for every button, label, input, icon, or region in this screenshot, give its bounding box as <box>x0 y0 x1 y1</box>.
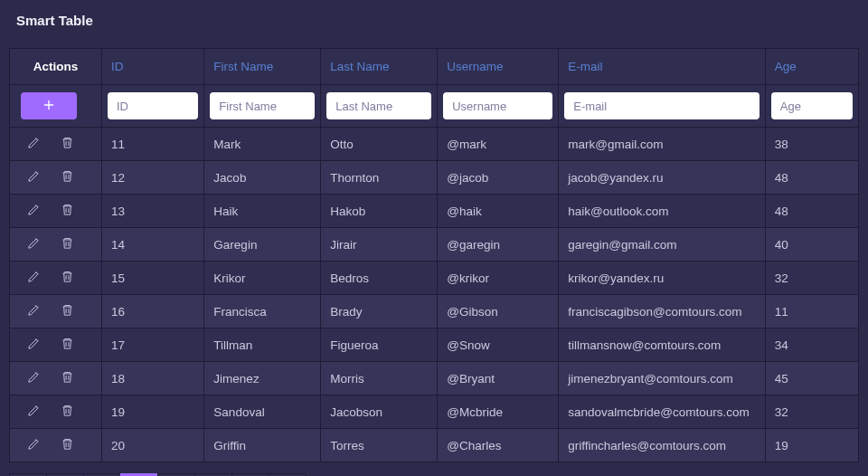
column-header-id[interactable]: ID <box>102 48 204 85</box>
cell-age: 19 <box>766 429 859 462</box>
edit-button[interactable] <box>24 202 42 220</box>
cell-last-name: Morris <box>321 362 438 395</box>
edit-button[interactable] <box>24 168 42 186</box>
table-row: 20 Griffin Torres @Charles griffincharle… <box>9 429 859 462</box>
table-row: 11 Mark Otto @mark mark@gmail.com 38 <box>9 128 859 161</box>
delete-button[interactable] <box>59 403 77 421</box>
filter-age-input[interactable] <box>771 92 853 119</box>
filter-last-name-input[interactable] <box>326 92 431 119</box>
table-row: 19 Sandoval Jacobson @Mcbride sandovalmc… <box>9 395 859 429</box>
cell-first-name: Haik <box>204 195 321 228</box>
edit-button[interactable] <box>24 235 42 253</box>
cell-last-name: Thornton <box>321 161 438 195</box>
trash-icon <box>60 202 75 220</box>
cell-id: 14 <box>102 228 204 262</box>
table-row: 17 Tillman Figueroa @Snow tillmansnow@co… <box>9 328 859 362</box>
edit-button[interactable] <box>24 369 42 387</box>
cell-email: griffincharles@comtours.com <box>559 429 766 462</box>
cell-id: 11 <box>102 128 204 161</box>
column-header-age[interactable]: Age <box>766 48 859 85</box>
cell-age: 45 <box>766 362 859 395</box>
trash-icon <box>60 168 75 186</box>
cell-last-name: Bedros <box>321 262 438 295</box>
cell-username: @jacob <box>438 161 559 195</box>
cell-email: garegin@gmail.com <box>559 228 766 262</box>
cell-age: 32 <box>766 262 859 295</box>
table-row: 14 Garegin Jirair @garegin garegin@gmail… <box>9 228 859 262</box>
trash-icon <box>60 336 75 354</box>
cell-last-name: Otto <box>321 128 438 161</box>
cell-id: 12 <box>102 161 204 195</box>
cell-last-name: Jirair <box>321 228 438 262</box>
delete-button[interactable] <box>59 235 77 253</box>
cell-username: @garegin <box>438 228 559 262</box>
cell-first-name: Krikor <box>204 262 321 295</box>
trash-icon <box>60 436 75 454</box>
pagination: «‹1234›» <box>0 462 868 476</box>
pencil-icon <box>26 369 42 387</box>
cell-id: 16 <box>102 295 204 328</box>
delete-button[interactable] <box>59 269 77 287</box>
edit-button[interactable] <box>24 336 42 354</box>
delete-button[interactable] <box>59 135 77 153</box>
cell-first-name: Francisca <box>204 295 321 328</box>
filter-first-name-input[interactable] <box>210 92 315 119</box>
filter-row <box>9 85 859 128</box>
cell-email: krikor@yandex.ru <box>559 262 766 295</box>
delete-button[interactable] <box>59 369 77 387</box>
cell-id: 20 <box>102 429 204 462</box>
column-header-last-name[interactable]: Last Name <box>321 48 438 85</box>
trash-icon <box>60 235 75 253</box>
pencil-icon <box>26 168 42 186</box>
pencil-icon <box>26 403 42 421</box>
delete-button[interactable] <box>59 202 77 220</box>
cell-first-name: Griffin <box>204 429 321 462</box>
filter-id-input[interactable] <box>108 92 198 119</box>
trash-icon <box>60 269 75 287</box>
pencil-icon <box>26 269 42 287</box>
filter-email-input[interactable] <box>564 92 760 119</box>
column-header-username[interactable]: Username <box>438 48 559 85</box>
pencil-icon <box>26 336 42 354</box>
cell-username: @haik <box>438 195 559 228</box>
cell-id: 13 <box>102 195 204 228</box>
cell-first-name: Mark <box>204 128 321 161</box>
column-header-email[interactable]: E-mail <box>559 48 766 85</box>
cell-first-name: Jimenez <box>204 362 321 395</box>
cell-age: 38 <box>766 128 859 161</box>
table-row: 12 Jacob Thornton @jacob jacob@yandex.ru… <box>9 161 859 195</box>
smart-table: Actions ID First Name Last Name Username… <box>0 48 868 462</box>
cell-age: 34 <box>766 328 859 362</box>
cell-email: tillmansnow@comtours.com <box>559 328 766 362</box>
cell-username: @Charles <box>438 429 559 462</box>
delete-button[interactable] <box>59 302 77 320</box>
trash-icon <box>60 302 75 320</box>
add-row-button[interactable] <box>21 92 77 119</box>
cell-email: jacob@yandex.ru <box>559 161 766 195</box>
edit-button[interactable] <box>24 436 42 454</box>
cell-username: @krikor <box>438 262 559 295</box>
edit-button[interactable] <box>24 135 42 153</box>
cell-email: sandovalmcbride@comtours.com <box>559 395 766 429</box>
pencil-icon <box>26 302 42 320</box>
delete-button[interactable] <box>59 436 77 454</box>
trash-icon <box>60 403 75 421</box>
cell-last-name: Brady <box>321 295 438 328</box>
edit-button[interactable] <box>24 302 42 320</box>
delete-button[interactable] <box>59 336 77 354</box>
delete-button[interactable] <box>59 168 77 186</box>
edit-button[interactable] <box>24 403 42 421</box>
column-header-row: Actions ID First Name Last Name Username… <box>9 48 859 85</box>
cell-email: jimenezbryant@comtours.com <box>559 362 766 395</box>
cell-email: haik@outlook.com <box>559 195 766 228</box>
edit-button[interactable] <box>24 269 42 287</box>
filter-username-input[interactable] <box>443 92 552 119</box>
cell-age: 48 <box>766 161 859 195</box>
cell-first-name: Tillman <box>204 328 321 362</box>
pencil-icon <box>26 235 42 253</box>
cell-email: franciscagibson@comtours.com <box>559 295 766 328</box>
cell-username: @Gibson <box>438 295 559 328</box>
cell-age: 32 <box>766 395 859 429</box>
column-header-first-name[interactable]: First Name <box>204 48 321 85</box>
cell-username: @Snow <box>438 328 559 362</box>
